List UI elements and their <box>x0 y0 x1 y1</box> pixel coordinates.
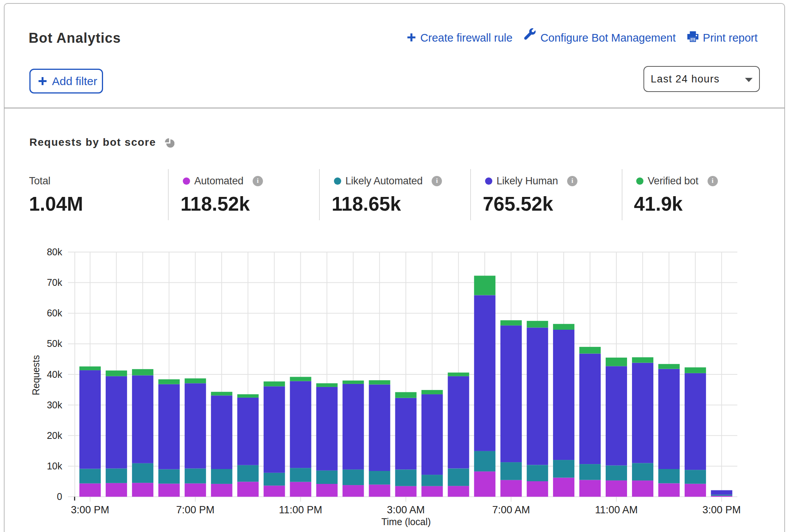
svg-text:11:00 PM: 11:00 PM <box>279 504 322 516</box>
svg-text:30k: 30k <box>47 400 63 410</box>
svg-text:11:00 AM: 11:00 AM <box>595 504 638 516</box>
svg-text:40k: 40k <box>47 369 63 380</box>
svg-text:20k: 20k <box>47 430 63 441</box>
svg-text:60k: 60k <box>47 308 63 318</box>
svg-text:3:00 AM: 3:00 AM <box>387 504 425 516</box>
svg-text:80k: 80k <box>47 247 63 257</box>
svg-text:10k: 10k <box>47 461 63 471</box>
svg-text:50k: 50k <box>47 338 63 349</box>
svg-text:Requests: Requests <box>31 355 41 395</box>
svg-text:7:00 AM: 7:00 AM <box>492 504 530 516</box>
svg-text:3:00 PM: 3:00 PM <box>703 504 741 516</box>
svg-text:Time (local): Time (local) <box>381 516 431 527</box>
svg-text:70k: 70k <box>47 277 63 288</box>
svg-text:3:00 PM: 3:00 PM <box>71 504 110 516</box>
svg-text:7:00 PM: 7:00 PM <box>176 504 215 516</box>
svg-text:0: 0 <box>57 491 62 502</box>
